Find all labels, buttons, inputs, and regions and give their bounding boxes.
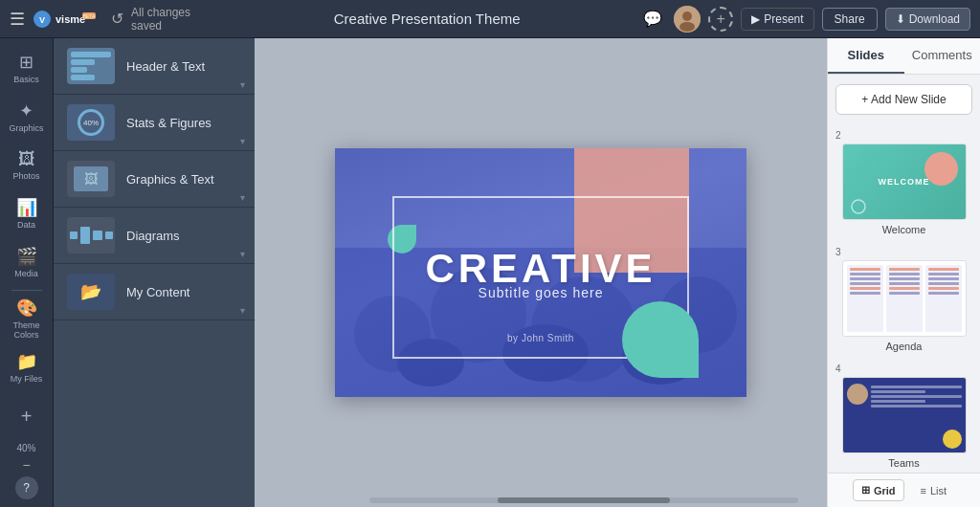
zoom-level: 40% (16, 443, 35, 453)
slide-item-3[interactable]: 3 (828, 241, 980, 358)
slide-thumb-4 (842, 377, 967, 453)
share-button[interactable]: Share (822, 8, 878, 31)
my-content-thumb: 📂 (67, 274, 115, 310)
slide-subtitle[interactable]: Subtitle goes here (479, 285, 604, 300)
tab-comments[interactable]: Comments (904, 38, 981, 74)
slides-list: 2 WELCOME Welcome 3 (828, 124, 980, 473)
download-button[interactable]: ⬇ Download (885, 8, 970, 31)
data-icon: 📊 (16, 197, 37, 218)
avatar[interactable] (674, 6, 701, 33)
folder-icon: 📂 (80, 281, 101, 302)
welcome-text: WELCOME (879, 177, 930, 187)
sidebar-item-graphics[interactable]: ✦ Graphics (4, 95, 50, 140)
right-panel-tabs: Slides Comments (828, 38, 980, 75)
canvas-horizontal-scrollbar[interactable] (369, 497, 799, 503)
list-view-button[interactable]: ≡ List (912, 479, 956, 501)
sidebar-item-media[interactable]: 🎬 Media (4, 239, 50, 284)
sidebar-divider (11, 290, 42, 291)
slide-thumb-3 (842, 260, 967, 337)
present-button[interactable]: ▶ Present (741, 8, 813, 31)
basics-icon: ⊞ (19, 52, 33, 73)
logo-img: V visme BETA (33, 9, 100, 30)
sidebar-item-my-files[interactable]: 📁 My Files (4, 344, 50, 389)
add-button[interactable]: + (4, 393, 50, 439)
logo: V visme BETA (33, 9, 100, 30)
download-icon: ⬇ (896, 12, 905, 26)
svg-text:V: V (39, 15, 45, 25)
document-title[interactable]: Creative Presentation Theme (222, 11, 632, 27)
diagrams-thumb (67, 217, 115, 254)
welcome-circle (924, 152, 958, 186)
stats-thumb: 40% (67, 104, 115, 141)
panel-item-graphics-text[interactable]: 🖼 Graphics & Text ▾ (54, 151, 255, 208)
play-icon: ▶ (751, 12, 760, 26)
photos-icon: 🖼 (18, 149, 35, 169)
slide-label-4: Teams (888, 457, 919, 469)
chevron-down-icon: ▾ (240, 79, 245, 90)
svg-point-6 (682, 11, 692, 21)
add-collaborator-button[interactable]: + (708, 7, 733, 32)
slide-number-3: 3 (835, 247, 841, 257)
image-icon: 🖼 (84, 171, 98, 187)
svg-point-16 (852, 200, 865, 213)
slide-item-2[interactable]: 2 WELCOME Welcome (828, 124, 980, 241)
slide-number-4: 4 (835, 364, 841, 374)
welcome-circle-bottom (851, 199, 880, 214)
canvas-area: CREATIVE Subtitle goes here by John Smit… (255, 38, 827, 507)
graphics-icon: ✦ (19, 100, 33, 121)
back-button[interactable]: ↺ (111, 10, 123, 28)
sidebar-bottom: + 40% − ? (4, 393, 50, 507)
zoom-out-icon[interactable]: − (22, 457, 30, 473)
svg-point-7 (679, 22, 695, 32)
right-panel: Slides Comments + Add New Slide 2 WELCOM… (827, 38, 980, 507)
chevron-down-icon: ▾ (240, 192, 245, 203)
saved-status: All changes saved (131, 6, 214, 33)
panel-item-diagrams[interactable]: Diagrams ▾ (54, 208, 255, 264)
tab-slides[interactable]: Slides (828, 38, 904, 74)
teams-teal-circle (943, 430, 962, 449)
topbar: ☰ V visme BETA ↺ All changes saved Creat… (0, 0, 980, 38)
list-icon: ≡ (921, 485, 926, 496)
scrollbar-thumb (498, 497, 669, 503)
slide-teal-shape (622, 301, 699, 378)
header-text-thumb (67, 48, 115, 84)
slide-label-2: Welcome (882, 224, 926, 235)
slide-canvas[interactable]: CREATIVE Subtitle goes here by John Smit… (335, 148, 746, 397)
chevron-down-icon: ▾ (240, 249, 245, 259)
plus-icon: + (21, 406, 33, 428)
my-files-icon: 📁 (16, 351, 37, 372)
sidebar-item-data[interactable]: 📊 Data (4, 191, 50, 236)
topbar-right: 💬 + ▶ Present Share ⬇ Download (639, 6, 970, 33)
panel-item-stats-figures[interactable]: 40% Stats & Figures ▾ (54, 95, 255, 151)
sidebar-item-theme-colors[interactable]: 🎨 Theme Colors (4, 297, 50, 342)
slide-thumb-2: WELCOME (842, 143, 967, 220)
chat-icon-button[interactable]: 💬 (639, 6, 666, 33)
view-toggle-bar: ⊞ Grid ≡ List (828, 473, 980, 507)
chevron-down-icon: ▾ (240, 305, 245, 316)
add-new-slide-button[interactable]: + Add New Slide (835, 84, 972, 115)
theme-colors-icon: 🎨 (16, 298, 37, 319)
graphics-text-thumb: 🖼 (67, 161, 115, 197)
chevron-down-icon: ▾ (240, 136, 245, 146)
slide-number-2: 2 (835, 130, 841, 141)
sidebar-item-basics[interactable]: ⊞ Basics (4, 46, 50, 91)
sidebar-item-photos[interactable]: 🖼 Photos (4, 143, 50, 187)
grid-view-button[interactable]: ⊞ Grid (853, 479, 904, 501)
svg-text:visme: visme (56, 13, 85, 25)
panel-item-my-content[interactable]: 📂 My Content ▾ (54, 264, 255, 320)
slide-item-4[interactable]: 4 Teams (828, 358, 980, 473)
slide-author[interactable]: by John Smith (507, 333, 574, 343)
help-button[interactable]: ? (15, 476, 38, 499)
media-icon: 🎬 (16, 246, 37, 267)
main-layout: ⊞ Basics ✦ Graphics 🖼 Photos 📊 Data 🎬 Me… (0, 38, 980, 507)
menu-icon[interactable]: ☰ (10, 9, 25, 30)
grid-icon: ⊞ (861, 484, 870, 496)
svg-text:BETA: BETA (83, 13, 96, 19)
panel-item-header-text[interactable]: Header & Text ▾ (54, 38, 255, 95)
topbar-left: ☰ V visme BETA ↺ All changes saved (10, 6, 214, 33)
stats-circle: 40% (78, 109, 104, 136)
slide-label-3: Agenda (886, 341, 923, 352)
teams-avatar (847, 384, 868, 405)
left-panel: Header & Text ▾ 40% Stats & Figures ▾ 🖼 … (54, 38, 255, 507)
sidebar-icons: ⊞ Basics ✦ Graphics 🖼 Photos 📊 Data 🎬 Me… (0, 38, 54, 507)
